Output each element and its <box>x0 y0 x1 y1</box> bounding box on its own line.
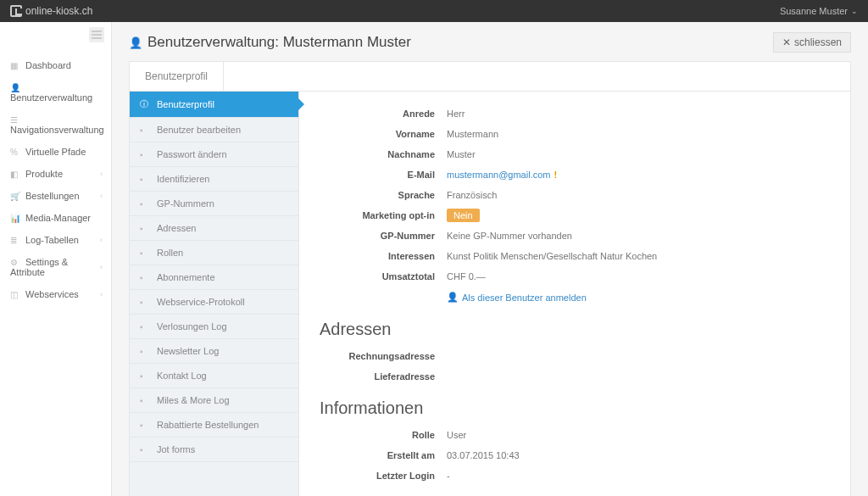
menu-icon: ▪ <box>140 371 150 381</box>
menu-icon: ▪ <box>140 125 150 135</box>
sidebar-item-label: Media-Manager <box>25 213 91 223</box>
value-nachname: Muster <box>447 149 476 159</box>
sidebar-item-label: Produkte <box>25 169 63 179</box>
chevron-right-icon: ‹ <box>100 263 103 271</box>
sidebar-item-produkte[interactable]: ◧Produkte‹ <box>0 163 111 185</box>
label-interessen: Interessen <box>320 251 447 261</box>
menu-icon: ▪ <box>140 445 150 454</box>
sidebar-toggle-button[interactable] <box>89 27 104 42</box>
impersonate-link[interactable]: 👤Als dieser Benutzer anmelden <box>447 292 587 303</box>
value-sprache: Französisch <box>447 190 497 200</box>
chevron-right-icon: ‹ <box>100 236 103 244</box>
submenu-item-passwort-ndern[interactable]: ▪Passwort ändern <box>130 142 298 167</box>
menu-icon: ⓘ <box>140 98 150 110</box>
label-billing: Rechnungsadresse <box>320 351 447 361</box>
current-user-menu[interactable]: Susanne Muster ⌄ <box>780 6 858 16</box>
submenu-item-identifizieren[interactable]: ▪Identifizieren <box>130 167 298 192</box>
sidebar-item-label: Dashboard <box>25 60 71 70</box>
label-sprache: Sprache <box>320 190 447 200</box>
submenu-item-benutzerprofil[interactable]: ⓘBenutzerprofil <box>130 92 298 118</box>
nav-icon: ▦ <box>10 61 20 70</box>
label-email: E-Mail <box>320 170 447 180</box>
sidebar-item-label: Bestellungen <box>25 191 80 201</box>
sidebar-item-log-tabellen[interactable]: ≣Log-Tabellen‹ <box>0 229 111 251</box>
label-lastlogin: Letzter Login <box>320 471 447 481</box>
value-interessen: Kunst Politik Menschen/Gesellschaft Natu… <box>447 251 657 261</box>
submenu-item-label: Webservice-Protokoll <box>157 297 245 307</box>
menu-icon: ▪ <box>140 396 150 405</box>
chevron-right-icon: ‹ <box>100 192 103 200</box>
label-erstellt: Erstellt am <box>320 450 447 460</box>
submenu-item-label: Passwort ändern <box>157 149 227 159</box>
chevron-down-icon: ⌄ <box>851 7 858 15</box>
submenu-item-label: Jot forms <box>157 444 195 454</box>
submenu-item-label: Rabattierte Bestellungen <box>157 420 259 430</box>
marketing-badge: Nein <box>447 209 480 222</box>
sidebar-item-label: Log-Tabellen <box>25 235 79 245</box>
chevron-right-icon: ‹ <box>100 170 103 178</box>
menu-icon: ▪ <box>140 273 150 282</box>
brand-logo[interactable]: online-kiosk.ch <box>10 5 92 17</box>
sidebar-item-dashboard[interactable]: ▦Dashboard <box>0 54 111 76</box>
label-anrede: Anrede <box>320 109 447 119</box>
menu-icon: ▪ <box>140 322 150 332</box>
close-icon: ✕ <box>782 36 791 48</box>
sidebar-item-media-manager[interactable]: 📊Media-Manager <box>0 207 111 229</box>
current-user-name: Susanne Muster <box>780 6 848 16</box>
sidebar-item-webservices[interactable]: ◫Webservices‹ <box>0 283 111 305</box>
close-button[interactable]: ✕ schliessen <box>773 32 851 53</box>
submenu-item-label: Identifizieren <box>157 174 209 184</box>
value-anrede: Herr <box>447 109 465 119</box>
label-vorname: Vorname <box>320 129 447 139</box>
value-rolle: User <box>447 430 466 440</box>
value-lastlogin: - <box>447 471 450 481</box>
nav-icon: ≣ <box>10 236 20 245</box>
sidebar-item-navigationsverwaltung[interactable]: ☰Navigationsverwaltung <box>0 109 111 141</box>
menu-icon: ▪ <box>140 298 150 307</box>
label-rolle: Rolle <box>320 430 447 440</box>
sidebar-item-label: Webservices <box>25 289 79 299</box>
nav-icon: ⚙ <box>10 258 20 267</box>
sidebar-item-benutzerverwaltung[interactable]: 👤Benutzerverwaltung <box>0 76 111 109</box>
nav-icon: 👤 <box>10 83 20 92</box>
value-gp: Keine GP-Nummer vorhanden <box>447 231 572 241</box>
submenu-item-rabattierte-bestellungen[interactable]: ▪Rabattierte Bestellungen <box>130 413 298 437</box>
submenu-item-adressen[interactable]: ▪Adressen <box>130 216 298 241</box>
submenu-item-webservice-protokoll[interactable]: ▪Webservice-Protokoll <box>130 290 298 315</box>
menu-icon: ▪ <box>140 175 150 184</box>
submenu-item-label: Adressen <box>157 223 196 233</box>
sidebar-item-settings-attribute[interactable]: ⚙Settings & Attribute‹ <box>0 251 111 283</box>
submenu-item-jot-forms[interactable]: ▪Jot forms <box>130 437 298 462</box>
label-umsatz: Umsatztotal <box>320 271 447 281</box>
tab-benutzerprofil[interactable]: Benutzerprofil <box>130 62 224 91</box>
submenu-item-kontakt-log[interactable]: ▪Kontakt Log <box>130 364 298 388</box>
submenu-item-verlosungen-log[interactable]: ▪Verlosungen Log <box>130 315 298 339</box>
sidebar-item-label: Benutzerverwaltung <box>10 92 92 103</box>
nav-icon: ◧ <box>10 170 20 179</box>
label-marketing: Marketing opt-in <box>320 210 447 220</box>
menu-icon: ▪ <box>140 248 150 258</box>
submenu-item-gp-nummern[interactable]: ▪GP-Nummern <box>130 192 298 216</box>
logo-icon <box>10 5 22 17</box>
submenu-item-abonnemente[interactable]: ▪Abonnemente <box>130 265 298 290</box>
sidebar-item-bestellungen[interactable]: 🛒Bestellungen‹ <box>0 185 111 207</box>
user-icon: 👤 <box>447 292 459 303</box>
submenu-item-benutzer-bearbeiten[interactable]: ▪Benutzer bearbeiten <box>130 118 298 142</box>
submenu-item-miles-more-log[interactable]: ▪Miles & More Log <box>130 388 298 413</box>
submenu-item-newsletter-log[interactable]: ▪Newsletter Log <box>130 339 298 364</box>
chevron-right-icon: ‹ <box>100 290 103 298</box>
sidebar-item-label: Virtuelle Pfade <box>25 147 86 157</box>
menu-icon: ▪ <box>140 347 150 356</box>
submenu-item-label: Abonnemente <box>157 272 215 282</box>
sidebar-item-virtuelle-pfade[interactable]: %Virtuelle Pfade <box>0 141 111 163</box>
submenu: ⓘBenutzerprofil▪Benutzer bearbeiten▪Pass… <box>130 92 299 496</box>
email-link[interactable]: mustermann@gmail.com <box>447 170 550 180</box>
submenu-item-rollen[interactable]: ▪Rollen <box>130 241 298 265</box>
menu-icon: ▪ <box>140 150 150 159</box>
submenu-item-label: Newsletter Log <box>157 346 219 356</box>
menu-icon: ▪ <box>140 199 150 209</box>
section-addresses: Adressen <box>320 320 830 339</box>
menu-icon: ▪ <box>140 421 150 430</box>
nav-icon: 📊 <box>10 214 20 223</box>
submenu-item-label: Verlosungen Log <box>157 321 227 332</box>
